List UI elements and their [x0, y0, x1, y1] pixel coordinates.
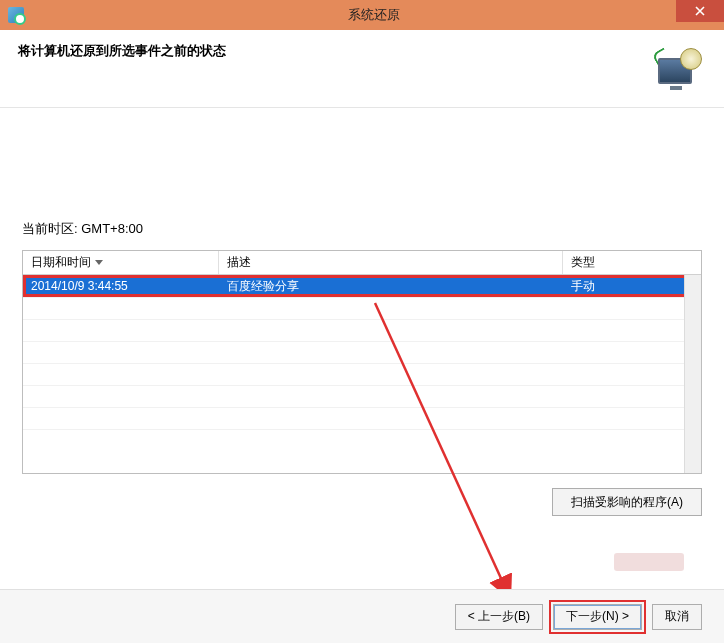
page-heading: 将计算机还原到所选事件之前的状态	[18, 42, 226, 60]
close-icon	[695, 6, 705, 16]
next-button[interactable]: 下一步(N) >	[553, 604, 642, 630]
table-header: 日期和时间 描述 类型	[23, 251, 701, 275]
titlebar: 系统还原	[0, 0, 724, 30]
restore-points-table[interactable]: 日期和时间 描述 类型 2014/10/9 3:44:55 百度经验分享 手动	[22, 250, 702, 474]
table-row	[23, 385, 701, 407]
cell-description: 百度经验分享	[219, 275, 563, 298]
table-row	[23, 297, 701, 319]
table-row	[23, 407, 701, 429]
cell-type: 手动	[563, 275, 701, 298]
cell-datetime: 2014/10/9 3:44:55	[23, 276, 219, 296]
column-type[interactable]: 类型	[563, 251, 701, 274]
close-button[interactable]	[676, 0, 724, 22]
restore-graphic-icon	[654, 48, 702, 96]
scan-affected-programs-button[interactable]: 扫描受影响的程序(A)	[552, 488, 702, 516]
wizard-footer: < 上一步(B) 下一步(N) > 取消	[0, 589, 724, 643]
column-description[interactable]: 描述	[219, 251, 563, 274]
table-row	[23, 341, 701, 363]
content-area: 当前时区: GMT+8:00 日期和时间 描述 类型 2014/10/9 3:4…	[0, 108, 724, 583]
vertical-scrollbar[interactable]	[684, 275, 701, 473]
watermark	[614, 553, 684, 571]
table-row[interactable]: 2014/10/9 3:44:55 百度经验分享 手动	[23, 275, 701, 297]
timezone-label: 当前时区: GMT+8:00	[22, 220, 702, 238]
table-row	[23, 363, 701, 385]
back-button[interactable]: < 上一步(B)	[455, 604, 543, 630]
header-band: 将计算机还原到所选事件之前的状态	[0, 30, 724, 108]
table-row	[23, 429, 701, 451]
system-restore-icon	[8, 7, 24, 23]
column-datetime[interactable]: 日期和时间	[23, 251, 219, 274]
table-row	[23, 319, 701, 341]
cancel-button[interactable]: 取消	[652, 604, 702, 630]
window-title: 系统还原	[24, 6, 724, 24]
